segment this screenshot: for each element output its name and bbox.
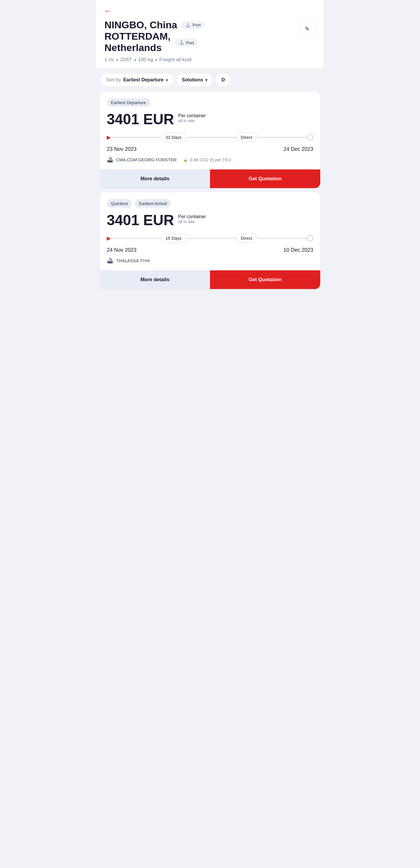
dot-3 [155,59,157,61]
card-1-dates: 23 Nov 2023 24 Dec 2023 [107,146,313,152]
card-1: Earliest Departure 3401 EUR Per containe… [100,91,320,188]
card-2-more-details-button[interactable]: More details [100,270,210,289]
extra-filter-label: D [221,77,225,83]
card-2-all-in-rate: all in rate [178,219,206,224]
extra-filter-button[interactable]: D [216,74,230,86]
card-2-departure-date: 24 Nov 2023 [107,247,137,253]
card-1-line-3 [257,137,307,138]
card-1-co2: 🍃 0.88 CO2 (t) per TEU [183,157,231,162]
origin-port-label: Port [192,23,201,27]
card-1-price-meta: Per container all in rate [178,112,206,123]
card-2-timeline-end [307,235,313,242]
card-2-days-badge: 15 Days [160,233,186,243]
destination-port-label: Port [186,40,194,45]
solutions-label: Solutions [182,77,203,83]
card-1-departure-date: 23 Nov 2023 [107,146,137,152]
card-2-price-row: 3401 EUR Per container all in rate [107,213,313,227]
card-2-direct-badge: Direct [236,233,257,243]
card-1-more-details-button[interactable]: More details [100,169,210,188]
ship-icon-1: 🚢 [107,156,113,163]
subtitle-row: 1 ctr 20ST 100 kg Freight all kind [104,57,299,63]
card-2-tag-quickest: Quickest [107,199,132,208]
card-2: Quickest Earliest Arrival 3401 EUR Per c… [100,192,320,289]
solutions-button[interactable]: Solutions ▾ [177,74,213,86]
origin-port-badge: ⚓ Port [181,21,205,29]
card-1-direct-badge: Direct [236,132,257,142]
card-2-actions: More details Get Quotation [100,270,320,289]
card-1-play-icon: ▶ [107,134,111,141]
edit-button[interactable]: ✎ [299,21,316,37]
filter-bar: Sort by Earliest Departure ▾ Solutions ▾… [96,68,324,91]
back-button[interactable]: ← [104,7,112,14]
card-2-play-icon: ▶ [107,235,111,242]
card-1-days-badge: 31 Days [160,132,186,142]
card-1-all-in-rate: all in rate [178,118,206,123]
card-2-tags: Quickest Earliest Arrival [107,199,313,208]
card-1-ship-co2: 🚢 CMA CGM GEORG FORSTER 🍃 0.88 CO2 (t) p… [107,156,313,163]
sort-label: Sort by [106,77,121,83]
sort-value: Earliest Departure [123,77,163,83]
ctr-label: 1 ctr [104,57,114,63]
card-2-price-meta: Per container all in rate [178,213,206,224]
card-1-tags: Earliest Departure [107,98,313,107]
card-2-line-1 [111,238,161,239]
card-1-per-container: Per container [178,113,206,118]
solutions-chevron-icon: ▾ [205,78,207,82]
header: ← NINGBO, China ⚓ Port ROTTERDAM, Nether… [96,0,324,68]
card-1-body: Earliest Departure 3401 EUR Per containe… [100,91,320,163]
card-2-per-container: Per container [178,214,206,219]
card-1-price-row: 3401 EUR Per container all in rate [107,112,313,127]
card-1-timeline: ▶ 31 Days Direct [107,132,313,142]
card-2-ship-name: THALASSA TYHI [116,258,150,263]
card-2-body: Quickest Earliest Arrival 3401 EUR Per c… [100,192,320,264]
card-1-price: 3401 EUR [107,112,174,127]
card-1-get-quotation-button[interactable]: Get Quotation [210,169,320,188]
origin-city: NINGBO, China [104,19,177,31]
sort-control[interactable]: Sort by Earliest Departure ▾ [101,74,173,86]
card-1-ship-name: CMA CGM GEORG FORSTER [116,157,177,162]
ship-icon-2: 🚢 [107,257,113,264]
edit-icon: ✎ [305,25,310,32]
anchor-icon-2: ⚓ [179,40,184,45]
destination-row: ROTTERDAM, Netherlands ⚓ Port [104,31,299,53]
card-1-line-1 [111,137,161,138]
card-2-line-3 [257,238,307,239]
card-1-actions: More details Get Quotation [100,169,320,188]
card-1-arrival-date: 24 Dec 2023 [283,146,313,152]
dot-1 [116,59,118,61]
destination-port-badge: ⚓ Port [175,38,198,46]
size-label: 20ST [120,57,132,63]
sort-chevron-icon: ▾ [166,78,168,82]
leaf-icon-1: 🍃 [183,157,188,162]
card-1-line-2 [186,137,236,138]
cards-container: Earliest Departure 3401 EUR Per containe… [96,91,324,296]
card-2-price: 3401 EUR [107,213,174,227]
card-2-timeline: ▶ 15 Days Direct [107,233,313,243]
dot-2 [134,59,136,61]
card-1-timeline-end [307,134,313,141]
card-1-ship-row: 🚢 CMA CGM GEORG FORSTER [107,156,177,163]
destination-city: ROTTERDAM, Netherlands [104,31,171,53]
anchor-icon-1: ⚓ [185,23,191,28]
card-2-line-2 [186,238,236,239]
card-2-ship-row: 🚢 THALASSA TYHI [107,257,313,264]
weight-label: 100 kg [138,57,153,63]
card-2-dates: 24 Nov 2023 10 Dec 2023 [107,247,313,253]
freight-label: Freight all kind [159,57,191,63]
card-2-get-quotation-button[interactable]: Get Quotation [210,270,320,289]
card-1-co2-text: 0.88 CO2 (t) per TEU [190,157,231,162]
card-2-arrival-date: 10 Dec 2023 [283,247,313,253]
route-section: NINGBO, China ⚓ Port ROTTERDAM, Netherla… [104,19,316,63]
back-arrow-icon: ← [104,7,112,14]
route-info: NINGBO, China ⚓ Port ROTTERDAM, Netherla… [104,19,299,63]
card-2-tag-earliest-arrival: Earliest Arrival [135,199,171,208]
card-1-tag-earliest-departure: Earliest Departure [107,98,150,107]
origin-row: NINGBO, China ⚓ Port [104,19,299,31]
